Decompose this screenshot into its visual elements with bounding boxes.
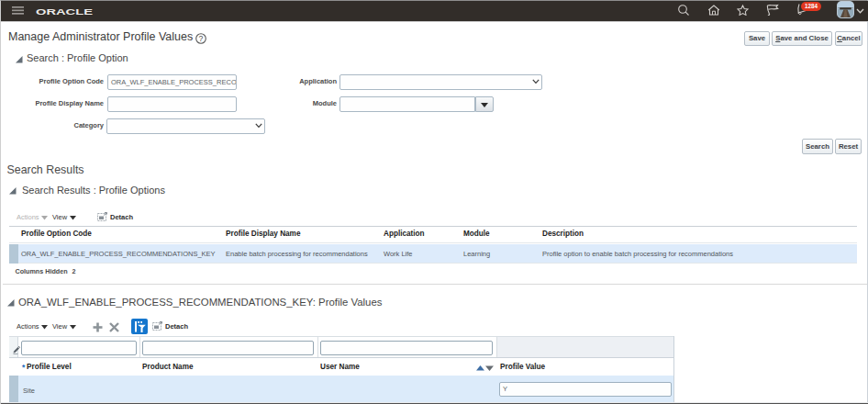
svg-text:ORACLE: ORACLE xyxy=(36,6,93,17)
svg-text:?: ? xyxy=(199,34,204,43)
